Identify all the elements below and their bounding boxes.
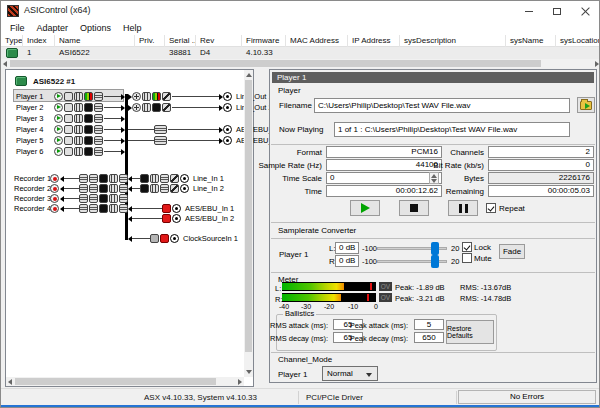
volume-icon[interactable] [150,174,159,183]
mute-icon[interactable] [119,174,128,183]
repeat-checkbox[interactable] [486,203,496,213]
menu-help[interactable]: Help [117,23,148,33]
col-mac[interactable]: MAC Address [286,35,348,47]
scroll-up-icon[interactable] [246,73,252,77]
menu-file[interactable]: File [4,23,31,33]
src-left-value[interactable]: 0 dB [335,242,359,254]
volume-icon[interactable] [109,204,118,213]
channel-mode-dropdown[interactable]: Normal [322,366,378,381]
meter-icon[interactable] [99,174,108,183]
mute-icon[interactable] [94,147,103,156]
fade-button[interactable]: Fade [499,244,525,259]
src-icon[interactable] [79,174,88,183]
input-node-icon[interactable] [180,174,189,183]
play-icon[interactable] [54,147,63,156]
scroll-right-icon[interactable] [595,61,599,67]
input-node-icon[interactable] [180,184,189,193]
volume-icon[interactable] [142,103,151,112]
pause-button[interactable] [448,200,478,216]
mute-icon[interactable] [94,125,103,134]
topology-hscrollbar-thumb[interactable] [15,378,216,385]
minimize-button[interactable] [515,1,543,21]
volume-icon[interactable] [142,92,151,101]
clock-status-icon[interactable] [160,234,169,243]
meter-icon[interactable] [84,136,93,145]
close-button[interactable] [571,1,599,21]
volume-icon[interactable] [109,184,118,193]
volume-icon[interactable] [74,136,83,145]
play-icon[interactable] [54,114,63,123]
meter-icon[interactable] [152,103,161,112]
input-node-icon[interactable] [170,234,179,243]
volume-icon[interactable] [74,103,83,112]
col-priv[interactable]: Priv. [135,35,165,47]
volume-icon[interactable] [74,114,83,123]
table-hscrollbar-thumb[interactable] [10,60,541,67]
sum-icon[interactable] [132,92,141,101]
mixer-icon[interactable] [162,92,171,101]
spin-down-icon[interactable] [431,179,437,183]
mixer-icon[interactable] [170,184,179,193]
src-icon[interactable] [64,92,73,101]
meter-icon[interactable] [99,204,108,213]
meter-icon[interactable] [99,194,108,203]
aes-status-icon[interactable] [162,204,171,213]
mute-icon[interactable] [119,204,128,213]
sum-icon[interactable] [132,103,141,112]
col-sysdescription[interactable]: sysDescription [400,35,506,47]
mute-icon[interactable] [119,194,128,203]
scroll-down-icon[interactable] [246,370,252,374]
input-node-icon[interactable] [172,214,181,223]
meter-icon[interactable] [152,92,161,101]
col-name[interactable]: Name [55,35,135,47]
src-left-slider-thumb[interactable] [431,242,439,255]
volume-icon[interactable] [150,184,159,193]
mixer-icon[interactable] [162,103,171,112]
src-icon[interactable] [79,184,88,193]
src-icon[interactable] [89,184,98,193]
src-icon[interactable] [64,125,73,134]
output-node-icon[interactable] [223,125,232,134]
mute-icon[interactable] [160,174,169,183]
meter-icon[interactable] [84,147,93,156]
play-icon[interactable] [54,136,63,145]
meter-icon[interactable] [140,184,149,193]
peak-decay-field[interactable]: 650 [414,332,444,343]
output-node-icon[interactable] [223,136,232,145]
meter-icon[interactable] [84,103,93,112]
src-icon[interactable] [64,147,73,156]
menu-options[interactable]: Options [74,23,117,33]
output-node-icon[interactable] [223,103,232,112]
col-ip[interactable]: IP Address [348,35,400,47]
src-right-slider-thumb[interactable] [431,255,439,268]
col-serial[interactable]: Serial ... [165,35,196,47]
src-icon[interactable] [154,136,167,145]
col-firmware[interactable]: Firmware [242,35,286,47]
mute-icon[interactable] [119,184,128,193]
src-icon[interactable] [64,136,73,145]
output-node-icon[interactable] [223,92,232,101]
mute-icon[interactable] [160,184,169,193]
meter-icon[interactable] [84,125,93,134]
aes-status-icon[interactable] [162,214,171,223]
topology-hscrollbar[interactable] [6,377,244,386]
filename-input[interactable]: C:\Users\Philip\Desktop\Test WAV File.wa… [314,98,570,113]
peak-attack-field[interactable]: 5 [414,319,444,330]
src-icon[interactable] [89,174,98,183]
src-icon[interactable] [79,194,88,203]
mute-checkbox[interactable] [462,253,472,263]
volume-icon[interactable] [74,147,83,156]
clock-icon[interactable] [150,234,159,243]
table-hscrollbar[interactable] [1,59,600,68]
src-icon[interactable] [89,194,98,203]
meter-icon[interactable] [140,174,149,183]
browse-button[interactable] [577,97,595,113]
time-scale-spinner[interactable] [429,172,439,184]
meter-icon[interactable] [84,114,93,123]
play-icon[interactable] [54,103,63,112]
adapter-row[interactable]: 1 ASI6522 38881 D4 4.10.33 [1,47,600,59]
mute-icon[interactable] [94,114,103,123]
restore-defaults-button[interactable]: Restore Defaults [446,320,494,344]
topology-vscrollbar-thumb[interactable] [245,80,252,352]
scroll-right-icon[interactable] [238,379,242,385]
